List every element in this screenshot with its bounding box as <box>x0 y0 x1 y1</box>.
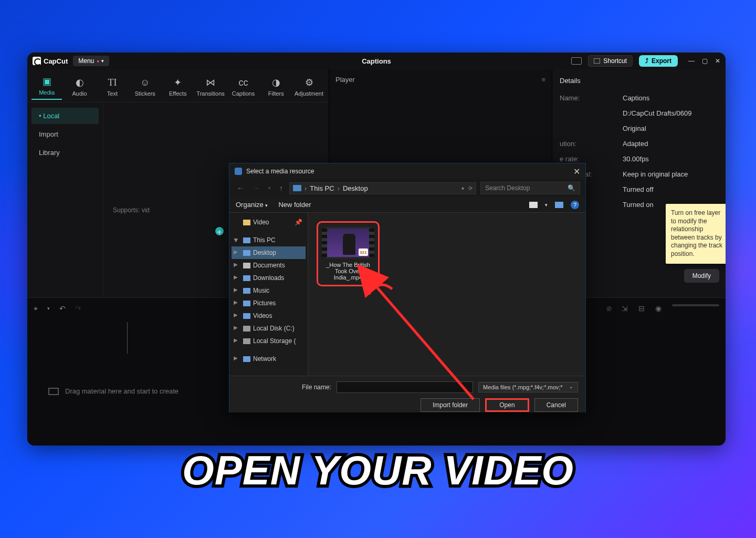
capcut-window: CapCut Menu● ▾ Captions Shortcut ⤴ Expor… <box>27 53 726 446</box>
file-thumbnail: 321 <box>326 227 371 258</box>
sidenav-local[interactable]: • Local <box>32 108 99 124</box>
tab-stickers[interactable]: ☺Stickers <box>130 74 160 100</box>
sidenav-library[interactable]: Library <box>32 144 99 161</box>
redo-icon[interactable]: ↷ <box>75 304 81 313</box>
tree-downloads[interactable]: ⯈Downloads <box>232 272 306 284</box>
dialog-close-icon[interactable]: ✕ <box>573 167 580 177</box>
open-button[interactable]: Open <box>485 398 529 412</box>
pc-icon <box>293 185 301 191</box>
pointer-dropdown-icon[interactable]: ▾ <box>47 306 50 311</box>
tab-filters[interactable]: ◑Filters <box>261 74 291 100</box>
file-list[interactable]: 321 _How The British Took Over India_.mp… <box>308 213 585 376</box>
import-folder-button[interactable]: Import folder <box>421 398 480 412</box>
folder-tree[interactable]: Video📌 ⯆This PC ⯈Desktop ⯈Documents ⯈Dow… <box>229 213 308 376</box>
help-icon[interactable]: ? <box>571 201 579 209</box>
file-type-filter[interactable]: Media files (*.mpg;*.f4v;*.mov;* ⌄ <box>478 382 578 392</box>
tree-pictures[interactable]: ⯈Pictures <box>232 297 306 309</box>
view-thumb-icon[interactable] <box>529 202 538 208</box>
file-name-label: _How The British Took Over India_.mp4 <box>322 262 374 281</box>
tab-audio[interactable]: ◐Audio <box>64 74 94 100</box>
tree-music[interactable]: ⯈Music <box>232 284 306 297</box>
app-logo: CapCut <box>33 57 68 65</box>
organize-menu[interactable]: Organize ▾ <box>236 201 268 209</box>
dialog-icon <box>235 168 242 175</box>
shortcut-button[interactable]: Shortcut <box>588 55 633 67</box>
minimize-button[interactable]: — <box>688 57 695 65</box>
close-button[interactable]: ✕ <box>715 57 720 65</box>
tree-network[interactable]: ⯈Network <box>232 353 306 365</box>
tutorial-caption: OPEN YOUR VIDEO OPEN YOUR VIDEO <box>0 447 756 494</box>
tab-text[interactable]: TIText <box>97 74 128 100</box>
tree-desktop[interactable]: ⯈Desktop <box>232 246 306 259</box>
nav-recent-icon[interactable]: ▾ <box>266 185 273 191</box>
nav-up-icon[interactable]: ↑ <box>277 184 285 192</box>
tab-effects[interactable]: ✦Effects <box>163 74 193 100</box>
new-folder-button[interactable]: New folder <box>278 201 311 209</box>
upload-icon: ⤴ <box>645 57 648 65</box>
tree-videos[interactable]: ⯈Videos <box>232 309 306 322</box>
player-menu-icon[interactable]: ≡ <box>541 76 545 84</box>
search-input[interactable]: Search Desktop 🔍 <box>480 182 580 194</box>
tl-tool-4-icon[interactable]: ◉ <box>655 304 662 313</box>
tab-captions[interactable]: ccCaptions <box>228 74 258 100</box>
view-list-icon[interactable] <box>555 202 563 208</box>
dialog-title: Select a media resource <box>246 168 314 175</box>
search-icon: 🔍 <box>568 184 575 192</box>
tl-tool-3-icon[interactable]: ⊟ <box>638 304 645 313</box>
add-badge-icon[interactable]: + <box>214 226 225 236</box>
tree-local-storage[interactable]: ⯈Local Storage ( <box>232 335 306 347</box>
tree-this-pc[interactable]: ⯆This PC <box>232 234 306 246</box>
nav-forward-icon[interactable]: → <box>250 184 262 192</box>
tab-adjustment[interactable]: ⚙Adjustment <box>293 74 324 100</box>
tree-documents[interactable]: ⯈Documents <box>232 259 306 272</box>
tree-quick-video[interactable]: Video📌 <box>232 216 306 229</box>
film-icon <box>48 388 59 395</box>
export-button[interactable]: ⤴ Export <box>639 55 678 67</box>
maximize-button[interactable]: ▢ <box>702 57 708 65</box>
sidenav-import[interactable]: Import <box>32 126 99 142</box>
tl-tool-2-icon[interactable]: ⇲ <box>622 304 628 313</box>
breadcrumb[interactable]: › This PC › Desktop ▾ ⟳ <box>289 182 476 194</box>
zoom-slider[interactable] <box>672 304 719 306</box>
tab-transitions[interactable]: ⋈Transitions <box>195 74 226 100</box>
nav-back-icon[interactable]: ← <box>235 184 246 192</box>
tool-tabs: ▣Media ◐Audio TIText ☺Stickers ✦Effects … <box>27 69 329 102</box>
tooltip-note: Turn on free layer to modify the relatio… <box>666 204 726 264</box>
tl-tool-1-icon[interactable]: ⎚ <box>607 304 611 313</box>
tab-media[interactable]: ▣Media <box>32 73 62 100</box>
menu-button[interactable]: Menu● ▾ <box>73 56 109 66</box>
playhead[interactable] <box>127 322 128 354</box>
pointer-tool-icon[interactable]: ⌖ <box>34 304 38 313</box>
modify-button[interactable]: Modify <box>684 269 719 283</box>
details-title: Details <box>560 77 718 85</box>
filename-label: File name: <box>302 384 331 391</box>
undo-icon[interactable]: ↶ <box>59 304 66 313</box>
tree-local-disk-c[interactable]: ⯈Local Disk (C:) <box>232 322 306 335</box>
file-open-dialog: Select a media resource ✕ ← → ▾ ↑ › This… <box>229 163 586 412</box>
filename-input[interactable] <box>337 381 473 393</box>
file-item-video[interactable]: 321 _How The British Took Over India_.mp… <box>317 221 380 286</box>
keyboard-icon[interactable] <box>571 57 582 65</box>
cancel-button[interactable]: Cancel <box>534 398 578 412</box>
player-label: Player <box>335 76 355 84</box>
titlebar: CapCut Menu● ▾ Captions Shortcut ⤴ Expor… <box>27 53 726 69</box>
